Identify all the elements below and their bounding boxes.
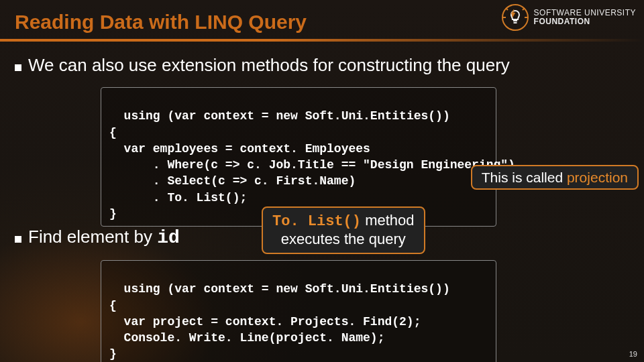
bullet1-em: extension methods bbox=[162, 55, 308, 75]
brand-logo: SOFTWARE UNIVERSITY FOUNDATION bbox=[502, 4, 636, 31]
bullet-icon bbox=[15, 64, 21, 71]
callout-tolist-line1: To. List() method bbox=[272, 212, 415, 231]
page-number: 19 bbox=[629, 350, 637, 358]
bullet-text: Find element by id bbox=[28, 227, 180, 248]
code2-text: using (var context = new Soft.Uni.Entiti… bbox=[109, 282, 450, 361]
bullet1-post: for constructing the query bbox=[308, 55, 510, 75]
code-block-projects: using (var context = new Soft.Uni.Entiti… bbox=[101, 260, 496, 362]
title-underline bbox=[0, 39, 644, 42]
svg-line-6 bbox=[523, 8, 525, 10]
svg-line-5 bbox=[506, 8, 508, 10]
bullet-icon bbox=[15, 236, 21, 243]
callout-tolist-code: To. List() bbox=[272, 213, 361, 230]
callout-tolist-l1b: method bbox=[361, 212, 415, 229]
bullet1-pre: We can also use bbox=[28, 55, 162, 75]
callout-tolist: To. List() method executes the query bbox=[262, 206, 425, 254]
lightbulb-icon bbox=[502, 4, 529, 31]
slide-title: Reading Data with LINQ Query bbox=[15, 11, 307, 34]
callout-projection-pre: This is called bbox=[482, 170, 567, 185]
bullet2-code: id bbox=[157, 227, 180, 248]
callout-projection: This is called projection bbox=[471, 165, 639, 190]
brand-line2: FOUNDATION bbox=[534, 17, 636, 26]
bullet-text: We can also use extension methods for co… bbox=[28, 55, 510, 76]
code1-text: using (var context = new Soft.Uni.Entiti… bbox=[109, 109, 515, 221]
bullet-find-by-id: Find element by id bbox=[15, 227, 180, 248]
callout-projection-hl: projection bbox=[567, 170, 628, 185]
callout-tolist-line2: executes the query bbox=[272, 231, 415, 248]
bullet2-pre: Find element by bbox=[28, 227, 157, 247]
brand-text: SOFTWARE UNIVERSITY FOUNDATION bbox=[534, 9, 636, 26]
bullet-extension-methods: We can also use extension methods for co… bbox=[15, 55, 510, 76]
